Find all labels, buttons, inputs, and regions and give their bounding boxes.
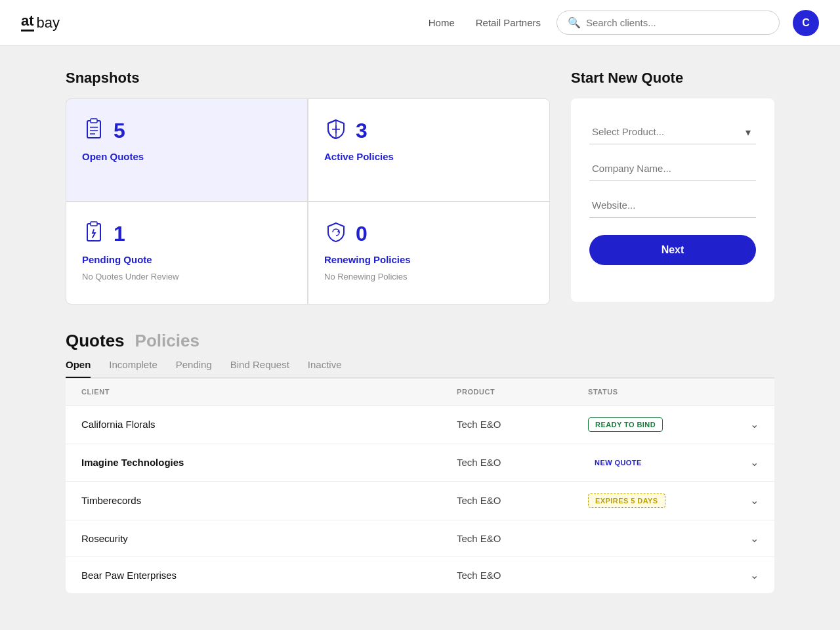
logo-at-text: at (21, 14, 34, 32)
client-name: Bear Paw Enterprises (81, 570, 457, 581)
product-select[interactable]: Select Product... (589, 119, 756, 144)
snapshot-renewing-policies[interactable]: 0 Renewing Policies No Renewing Policies (308, 202, 549, 304)
table-row[interactable]: Timberecords Tech E&O EXPIRES 5 DAYS ⌄ (66, 482, 774, 520)
pending-clipboard-icon (82, 220, 106, 247)
row-expand-icon[interactable]: ⌄ (732, 569, 759, 581)
col-actions (732, 388, 759, 396)
active-policies-count: 3 (356, 119, 368, 143)
sub-tabs: Open Incomplete Pending Bind Request Ina… (66, 359, 774, 378)
top-section: Snapshots (66, 70, 774, 304)
snapshot-active-policies[interactable]: 3 Active Policies (308, 99, 549, 201)
renewing-policies-label: Renewing Policies (324, 254, 534, 265)
product-select-wrapper: Select Product... (589, 119, 756, 144)
active-policies-label: Active Policies (324, 151, 534, 162)
pending-quote-count: 1 (114, 222, 125, 246)
sub-tab-pending[interactable]: Pending (176, 359, 212, 378)
row-expand-icon[interactable]: ⌄ (732, 456, 759, 469)
quotes-tab-active[interactable]: Quotes (66, 331, 125, 351)
svg-rect-1 (91, 119, 97, 123)
svg-rect-0 (87, 121, 100, 138)
col-client: CLIENT (81, 388, 457, 396)
renewing-shield-icon (324, 220, 348, 247)
new-quote-section: Start New Quote Select Product... Next (571, 70, 774, 304)
navbar: at bay Home Retail Partners 🔍 C (0, 0, 840, 46)
product-label: Tech E&O (457, 533, 588, 544)
website-input[interactable] (589, 193, 756, 218)
row-expand-icon[interactable]: ⌄ (732, 532, 759, 545)
main-content: Snapshots (52, 46, 788, 620)
next-button[interactable]: Next (589, 235, 756, 265)
quotes-tab-inactive[interactable]: Policies (135, 331, 200, 351)
clipboard-icon (82, 117, 106, 144)
pending-quote-sub: No Quotes Under Review (82, 272, 291, 282)
client-name: Imagine Technologies (81, 457, 457, 468)
search-input[interactable] (586, 17, 768, 28)
open-quotes-count: 5 (114, 119, 125, 143)
pending-quote-label: Pending Quote (82, 254, 291, 265)
svg-rect-7 (91, 222, 97, 226)
sub-tab-open[interactable]: Open (66, 359, 91, 378)
search-icon: 🔍 (568, 16, 581, 29)
quote-form: Select Product... Next (571, 98, 774, 302)
open-quotes-label: Open Quotes (82, 151, 291, 162)
product-label: Tech E&O (457, 570, 588, 581)
product-label: Tech E&O (457, 457, 588, 468)
row-expand-icon[interactable]: ⌄ (732, 494, 759, 507)
table-row[interactable]: Rosecurity Tech E&O ⌄ (66, 520, 774, 557)
col-product: PRODUCT (457, 388, 588, 396)
quotes-header: Quotes Policies (66, 331, 774, 351)
nav-retail-partners[interactable]: Retail Partners (476, 17, 541, 28)
shield-icon (324, 117, 348, 144)
sub-tab-inactive[interactable]: Inactive (308, 359, 342, 378)
new-quote-title: Start New Quote (571, 70, 774, 87)
client-name: California Florals (81, 419, 457, 430)
snapshot-pending-quote[interactable]: 1 Pending Quote No Quotes Under Review (66, 202, 307, 304)
table-row[interactable]: Bear Paw Enterprises Tech E&O ⌄ (66, 557, 774, 593)
search-bar: 🔍 (556, 10, 780, 35)
sub-tab-incomplete[interactable]: Incomplete (109, 359, 157, 378)
snapshot-open-quotes[interactable]: 5 Open Quotes (66, 99, 307, 201)
col-status: STATUS (588, 388, 732, 396)
status-badge: EXPIRES 5 DAYS (588, 494, 665, 508)
client-name: Rosecurity (81, 533, 457, 544)
status-badge: READY TO BIND (588, 417, 663, 432)
product-label: Tech E&O (457, 419, 588, 430)
table-row[interactable]: Imagine Technologies Tech E&O NEW QUOTE … (66, 444, 774, 482)
quotes-table: CLIENT PRODUCT STATUS California Florals… (66, 378, 774, 593)
renewing-policies-sub: No Renewing Policies (324, 272, 534, 282)
quotes-section: Quotes Policies Open Incomplete Pending … (66, 331, 774, 593)
table-header: CLIENT PRODUCT STATUS (66, 378, 774, 406)
table-row[interactable]: California Florals Tech E&O READY TO BIN… (66, 406, 774, 444)
client-name: Timberecords (81, 495, 457, 506)
snapshots-title: Snapshots (66, 70, 550, 87)
nav-home[interactable]: Home (429, 17, 455, 28)
renewing-policies-count: 0 (356, 222, 368, 246)
logo-bay-text: bay (37, 14, 60, 32)
avatar: C (793, 10, 819, 36)
snapshot-grid: 5 Open Quotes (66, 98, 550, 304)
sub-tab-bind-request[interactable]: Bind Request (230, 359, 289, 378)
product-label: Tech E&O (457, 495, 588, 506)
status-badge: NEW QUOTE (588, 456, 648, 469)
company-name-input[interactable] (589, 156, 756, 181)
nav-links: Home Retail Partners (429, 17, 541, 28)
snapshots-section: Snapshots (66, 70, 550, 304)
logo: at bay (21, 14, 60, 32)
row-expand-icon[interactable]: ⌄ (732, 418, 759, 430)
svg-rect-6 (87, 224, 100, 241)
